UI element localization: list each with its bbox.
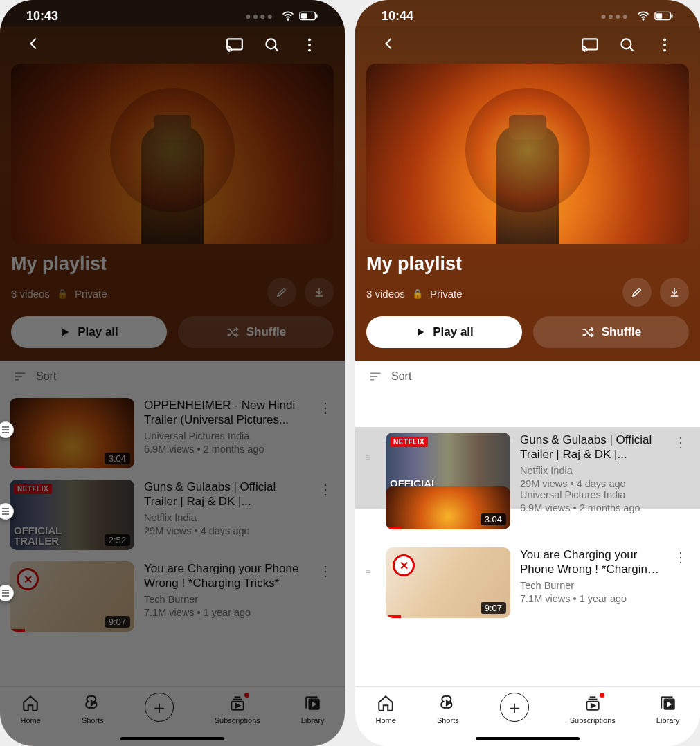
svg-marker-19 — [236, 704, 240, 707]
nav-library[interactable]: Library — [301, 694, 325, 725]
play-all-button[interactable]: Play all — [366, 316, 522, 348]
playlist-title: My playlist — [366, 253, 689, 275]
playlist-cover — [11, 64, 334, 244]
row-more-icon[interactable]: ⋮ — [671, 433, 688, 451]
wifi-icon — [281, 9, 295, 23]
sort-icon — [12, 369, 28, 384]
video-title: Guns & Gulaabs | Official Trailer | Raj … — [520, 433, 661, 462]
row-more-icon[interactable]: ⋮ — [316, 561, 332, 579]
edit-button[interactable] — [622, 278, 652, 307]
video-stats: 7.1M views • 1 year ago — [144, 607, 306, 618]
nav-subscriptions[interactable]: Subscriptions — [570, 694, 616, 725]
svg-point-31 — [663, 49, 666, 52]
video-title: Guns & Gulaabs | Official Trailer | Raj … — [144, 480, 306, 509]
video-thumbnail[interactable]: 3:04 — [10, 398, 134, 468]
more-icon[interactable] — [656, 36, 674, 54]
drag-handle[interactable]: ≡ — [365, 547, 376, 578]
row-more-icon[interactable]: ⋮ — [316, 480, 332, 498]
home-indicator[interactable] — [476, 737, 580, 740]
shuffle-button[interactable]: Shuffle — [178, 316, 334, 348]
shuffle-button[interactable]: Shuffle — [533, 316, 689, 348]
svg-rect-4 — [227, 39, 242, 49]
download-button[interactable] — [305, 278, 334, 307]
video-channel: Tech Burner — [520, 580, 661, 591]
video-row[interactable]: NETFLIX OFFICIAL TRAILER 2:52 Guns & Gul… — [0, 474, 345, 556]
search-icon[interactable] — [618, 36, 636, 54]
play-all-button[interactable]: Play all — [11, 316, 167, 348]
x-circle-icon: ✕ — [17, 568, 39, 590]
svg-marker-41 — [591, 704, 595, 707]
video-duration: 9:07 — [481, 602, 506, 614]
playlist-title: My playlist — [11, 253, 334, 275]
video-duration: 2:52 — [105, 534, 130, 546]
video-thumbnail[interactable]: 3:04 — [386, 486, 510, 529]
drag-handle[interactable]: ≡ — [365, 433, 376, 463]
svg-rect-2 — [301, 13, 307, 18]
svg-marker-11 — [62, 329, 69, 336]
battery-icon — [299, 11, 318, 21]
search-icon[interactable] — [263, 36, 281, 54]
more-icon[interactable] — [300, 36, 318, 54]
nav-home[interactable]: Home — [376, 694, 396, 725]
playlist-subtitle: 3 videos 🔒 Private — [11, 288, 107, 300]
status-bar: 10:43 ●●●● — [0, 0, 345, 26]
back-button[interactable] — [382, 36, 397, 54]
wifi-icon — [636, 9, 650, 23]
nav-library[interactable]: Library — [656, 694, 680, 725]
drag-handle[interactable] — [365, 486, 376, 506]
video-row[interactable]: ≡ ✕ 9:07 You are Charging your Phone Wro… — [355, 542, 700, 624]
video-row[interactable]: 3:04 OPPENHEIMER - New Hindi Trailer (Un… — [0, 392, 345, 474]
video-title: OPPENHEIMER - New Hindi Trailer (Univers… — [144, 398, 306, 428]
plus-icon: ＋ — [500, 693, 529, 722]
nav-home[interactable]: Home — [21, 694, 41, 725]
status-right: ●●●● — [245, 9, 318, 23]
video-duration: 3:04 — [481, 513, 506, 525]
plus-icon: ＋ — [145, 693, 174, 722]
sort-button[interactable]: Sort — [355, 361, 700, 392]
lock-icon: 🔒 — [57, 289, 68, 299]
video-thumbnail[interactable]: ✕ 9:07 — [10, 561, 134, 632]
nav-shorts[interactable]: Shorts — [82, 694, 104, 725]
svg-point-8 — [308, 44, 311, 46]
nav-subscriptions[interactable]: Subscriptions — [215, 694, 260, 725]
video-duration: 3:04 — [105, 453, 130, 464]
cast-icon[interactable] — [226, 36, 244, 54]
video-channel: Netflix India — [144, 512, 306, 523]
svg-rect-25 — [671, 14, 672, 18]
row-more-icon[interactable]: ⋮ — [316, 398, 332, 416]
video-stats: 7.1M views • 1 year ago — [520, 593, 661, 604]
back-button[interactable] — [26, 36, 42, 54]
download-button[interactable] — [660, 278, 689, 307]
svg-point-22 — [643, 19, 644, 20]
sort-icon — [368, 369, 383, 384]
home-indicator[interactable] — [120, 737, 224, 740]
nav-create[interactable]: ＋ — [145, 694, 174, 722]
row-more-icon[interactable]: ⋮ — [671, 547, 688, 565]
nav-shorts[interactable]: Shorts — [437, 694, 459, 725]
playlist-cover — [366, 64, 689, 244]
video-stats: 6.9M views • 2 months ago — [520, 502, 688, 513]
video-stats: 29M views • 4 days ago — [144, 525, 306, 536]
video-row[interactable]: ✕ 9:07 You are Charging your Phone Wrong… — [0, 556, 345, 637]
video-channel: Universal Pictures India — [520, 489, 688, 500]
video-duration: 9:07 — [105, 616, 130, 628]
video-title: You are Charging your Phone Wrong ! *Cha… — [520, 547, 661, 577]
edit-button[interactable] — [267, 278, 296, 307]
netflix-badge: NETFLIX — [390, 437, 428, 447]
svg-marker-33 — [418, 329, 424, 336]
cellular-dots-icon: ●●●● — [245, 10, 274, 21]
video-channel: Universal Pictures India — [144, 430, 306, 442]
sort-button[interactable]: Sort — [0, 361, 345, 392]
cast-icon[interactable] — [581, 36, 599, 54]
video-thumbnail[interactable]: NETFLIX OFFICIAL TRAILER 2:52 — [10, 480, 134, 550]
svg-point-30 — [663, 44, 666, 46]
netflix-badge: NETFLIX — [14, 484, 52, 494]
video-channel: Tech Burner — [144, 594, 306, 605]
video-row[interactable]: 3:04 Universal Pictures India 6.9M views… — [355, 481, 700, 535]
video-title: You are Charging your Phone Wrong ! *Cha… — [144, 561, 306, 591]
svg-rect-3 — [316, 14, 317, 18]
nav-create[interactable]: ＋ — [500, 694, 529, 722]
svg-rect-24 — [656, 13, 662, 18]
lock-icon: 🔒 — [412, 289, 423, 299]
video-thumbnail[interactable]: ✕ 9:07 — [386, 547, 510, 618]
